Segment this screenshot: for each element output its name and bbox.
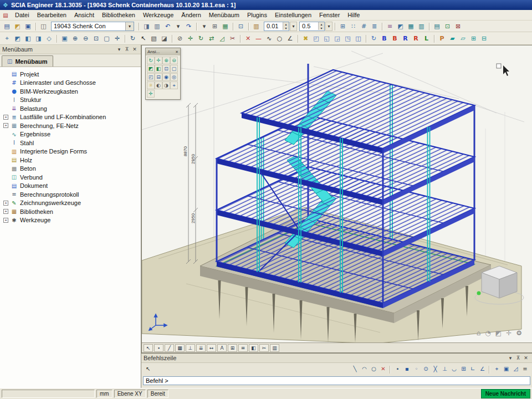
- view-front-icon[interactable]: ◧: [23, 33, 33, 43]
- sidebar-item-belastung[interactable]: + ⇊ Belastung: [0, 104, 141, 113]
- copy-image-icon[interactable]: ◨: [141, 21, 152, 31]
- snap-center-icon[interactable]: ⊙: [421, 365, 431, 374]
- palette-ucs-icon[interactable]: ⌖: [170, 81, 178, 89]
- table-input-icon[interactable]: ▦: [406, 21, 416, 31]
- move-icon[interactable]: ✛: [185, 33, 196, 43]
- pan-icon[interactable]: ✛: [112, 33, 122, 43]
- expand-icon[interactable]: +: [3, 115, 8, 120]
- view-palette[interactable]: Ansi... ✕ ↻ ✛ ⊕ ⊖ ◩ ◧: [145, 48, 181, 100]
- sidebar-item-bim-werkzeugkasten[interactable]: + ● BIM-Werkzeugkasten: [0, 87, 141, 96]
- coords-display-icon[interactable]: ≡: [520, 365, 530, 374]
- select-window-icon[interactable]: ▧: [149, 33, 159, 43]
- sidebar-item-dokument[interactable]: + ▤ Dokument: [0, 182, 141, 191]
- vtab-render-icon[interactable]: ◧: [249, 344, 258, 352]
- vtab-loads-icon[interactable]: ⇊: [196, 344, 206, 352]
- close-icon[interactable]: ✕: [131, 46, 139, 53]
- palette-zoom-previous-icon[interactable]: ◰: [147, 73, 155, 81]
- command-cursor-icon[interactable]: ↖: [144, 365, 153, 374]
- snap-tangent-icon[interactable]: ◡: [449, 365, 459, 374]
- palette-pan-view-icon[interactable]: ✛: [155, 57, 162, 64]
- menu-einstellungen[interactable]: Einstellungen: [271, 11, 315, 19]
- menu-menuebaum[interactable]: Menübaum: [205, 11, 243, 19]
- pin-icon[interactable]: ⊼: [514, 355, 522, 362]
- undo-history-icon[interactable]: ▾: [173, 21, 183, 31]
- snap-grid-icon[interactable]: ⊞: [459, 365, 468, 374]
- sidebar-item-verbund[interactable]: + ◫ Verbund: [0, 173, 141, 182]
- model-viewport[interactable]: 8870 2950 2950: [141, 45, 532, 353]
- vtab-layers-icon[interactable]: ≡: [238, 344, 248, 352]
- sidebar-item-integrierte-design-forms[interactable]: + ▥ Integrierte Design Forms: [0, 147, 141, 156]
- nav-home-icon[interactable]: ⌂: [477, 329, 481, 337]
- palette-view-front-icon[interactable]: ◧: [155, 65, 162, 73]
- tracking-icon[interactable]: ⌖: [492, 365, 502, 374]
- osnap-settings-icon[interactable]: ▣: [502, 365, 511, 374]
- sidebar-item-bibliotheken[interactable]: + ▦ Bibliotheken: [0, 207, 141, 216]
- render-wire-icon[interactable]: ▱: [458, 33, 468, 43]
- palette-zoom-all-icon[interactable]: ▢: [170, 65, 178, 73]
- draw-circle-icon[interactable]: ○: [274, 33, 285, 43]
- scale-icon[interactable]: ◿: [217, 33, 227, 43]
- storeys-icon[interactable]: ≣: [369, 21, 380, 31]
- vtab-select-icon[interactable]: ↖: [144, 344, 153, 352]
- support-labels-icon[interactable]: P: [437, 33, 447, 43]
- vtab-surfaces-icon[interactable]: ▦: [175, 344, 185, 352]
- mirror-icon[interactable]: ⇄: [206, 33, 217, 43]
- solver-icon[interactable]: ⊡: [236, 21, 246, 31]
- snap-midpoint-icon[interactable]: ◦: [412, 365, 421, 374]
- open-document-icon[interactable]: ◩: [12, 21, 23, 31]
- menu-tree-header[interactable]: Menübaum ▾ ⊼ ✕: [0, 45, 141, 54]
- zoom-window-icon[interactable]: ⊡: [91, 33, 101, 43]
- window-split-icon[interactable]: ◫: [353, 33, 364, 43]
- view-side-icon[interactable]: ◨: [33, 33, 44, 43]
- menu-plugins[interactable]: Plugins: [243, 11, 271, 19]
- select-by-property-icon[interactable]: ◪: [159, 33, 170, 43]
- node-labels-icon[interactable]: R: [400, 33, 411, 43]
- node-marks-icon[interactable]: R: [411, 33, 421, 43]
- expand-icon[interactable]: +: [3, 209, 8, 214]
- show-all-icon[interactable]: ⊞: [468, 33, 479, 43]
- snap-endpoint-icon[interactable]: ▪: [402, 365, 412, 374]
- command-panel-header[interactable]: Befehlszeile ▾ ⊼ ✕: [141, 354, 532, 363]
- snap-circle-icon[interactable]: ○: [369, 365, 378, 374]
- window-cascade-icon[interactable]: ◱: [321, 33, 332, 43]
- sidebar-item-projekt[interactable]: + ▤ Projekt: [0, 70, 141, 79]
- layers-icon[interactable]: ≡: [385, 21, 395, 31]
- tab-menuebaum[interactable]: ◫ Menübaum: [2, 55, 53, 66]
- palette-zoom-window-icon[interactable]: ⊡: [162, 65, 170, 73]
- menu-ansicht[interactable]: Ansicht: [70, 11, 98, 19]
- menu-bearbeiten[interactable]: Bearbeiten: [33, 11, 70, 19]
- command-input[interactable]: [143, 376, 530, 385]
- render-solid-icon[interactable]: ▰: [447, 33, 458, 43]
- window-new-icon[interactable]: ◰: [311, 33, 321, 43]
- select-cursor-icon[interactable]: ↖: [138, 33, 149, 43]
- snap-perpendicular-icon[interactable]: ⊥: [440, 365, 449, 374]
- snap-step-field[interactable]: 0.01 ▴ ▾: [264, 22, 289, 31]
- chevron-down-icon[interactable]: ▾: [125, 22, 134, 30]
- snap-arc-icon[interactable]: ◠: [360, 365, 369, 374]
- ucs-icon[interactable]: ⌖: [2, 33, 12, 43]
- dot-grid-icon[interactable]: ∷: [348, 21, 359, 31]
- palette-magnify-icon[interactable]: ◉: [162, 73, 170, 81]
- sidebar-item-werkzeuge[interactable]: + ✱ Werkzeuge: [0, 216, 141, 225]
- rotate-icon[interactable]: ↻: [196, 33, 206, 43]
- sidebar-item-stahl[interactable]: + I Stahl: [0, 139, 141, 147]
- draw-line-icon[interactable]: —: [253, 33, 264, 43]
- palette-zoom-out-icon[interactable]: ⊖: [170, 57, 178, 64]
- undo-icon[interactable]: ↶: [162, 21, 173, 31]
- hide-selected-icon[interactable]: ⊟: [479, 33, 489, 43]
- expand-icon[interactable]: +: [3, 201, 8, 206]
- menu-aendern[interactable]: Ändern: [177, 11, 204, 19]
- fe-mesh-icon[interactable]: ▦: [220, 21, 231, 31]
- palette-zoom-in-icon[interactable]: ⊕: [162, 57, 170, 64]
- print-icon[interactable]: ◫: [38, 21, 49, 31]
- redo-history-icon[interactable]: ▾: [199, 21, 209, 31]
- palette-axes-icon[interactable]: ✛: [147, 90, 155, 98]
- new-document-icon[interactable]: ▤: [2, 21, 12, 31]
- close-icon[interactable]: ✕: [522, 355, 530, 362]
- palette-view-top-icon[interactable]: ◩: [147, 65, 155, 73]
- snap-point-icon[interactable]: ∙: [393, 365, 402, 374]
- close-icon[interactable]: ✕: [175, 50, 178, 54]
- view-axo-icon[interactable]: ◇: [44, 33, 54, 43]
- new-view-icon[interactable]: ⊡: [442, 21, 453, 31]
- beam-axes-icon[interactable]: B: [390, 33, 400, 43]
